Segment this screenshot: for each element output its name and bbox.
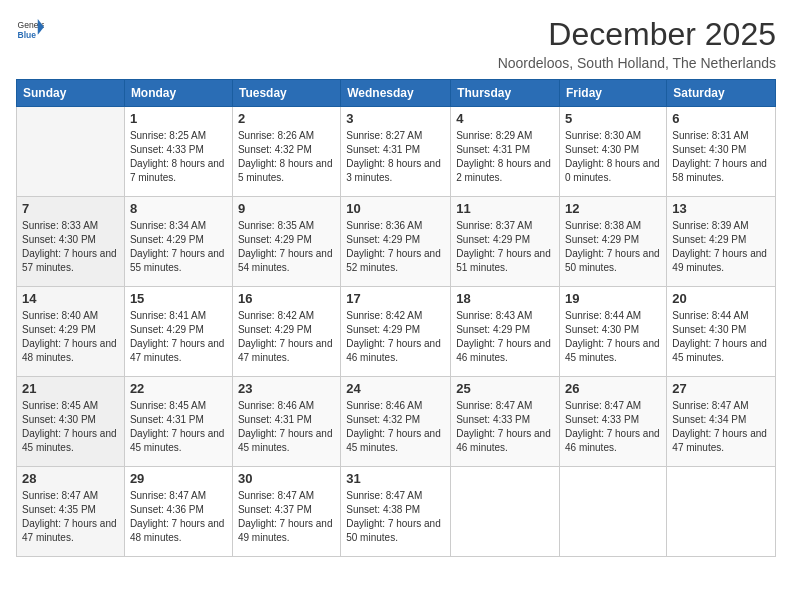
- header-cell-sunday: Sunday: [17, 80, 125, 107]
- day-details: Sunrise: 8:33 AMSunset: 4:30 PMDaylight:…: [22, 219, 119, 275]
- day-number: 9: [238, 201, 335, 216]
- day-cell: 19Sunrise: 8:44 AMSunset: 4:30 PMDayligh…: [560, 287, 667, 377]
- day-details: Sunrise: 8:47 AMSunset: 4:33 PMDaylight:…: [565, 399, 661, 455]
- day-number: 21: [22, 381, 119, 396]
- day-cell: 10Sunrise: 8:36 AMSunset: 4:29 PMDayligh…: [341, 197, 451, 287]
- day-details: Sunrise: 8:34 AMSunset: 4:29 PMDaylight:…: [130, 219, 227, 275]
- header-cell-wednesday: Wednesday: [341, 80, 451, 107]
- day-cell: 24Sunrise: 8:46 AMSunset: 4:32 PMDayligh…: [341, 377, 451, 467]
- day-details: Sunrise: 8:36 AMSunset: 4:29 PMDaylight:…: [346, 219, 445, 275]
- day-number: 22: [130, 381, 227, 396]
- day-number: 26: [565, 381, 661, 396]
- day-number: 3: [346, 111, 445, 126]
- day-number: 24: [346, 381, 445, 396]
- day-number: 1: [130, 111, 227, 126]
- day-number: 25: [456, 381, 554, 396]
- calendar-title: December 2025: [498, 16, 776, 53]
- day-details: Sunrise: 8:47 AMSunset: 4:38 PMDaylight:…: [346, 489, 445, 545]
- day-number: 5: [565, 111, 661, 126]
- day-details: Sunrise: 8:37 AMSunset: 4:29 PMDaylight:…: [456, 219, 554, 275]
- header-cell-friday: Friday: [560, 80, 667, 107]
- day-cell: 7Sunrise: 8:33 AMSunset: 4:30 PMDaylight…: [17, 197, 125, 287]
- day-cell: 17Sunrise: 8:42 AMSunset: 4:29 PMDayligh…: [341, 287, 451, 377]
- day-number: 17: [346, 291, 445, 306]
- day-details: Sunrise: 8:43 AMSunset: 4:29 PMDaylight:…: [456, 309, 554, 365]
- day-details: Sunrise: 8:38 AMSunset: 4:29 PMDaylight:…: [565, 219, 661, 275]
- day-details: Sunrise: 8:47 AMSunset: 4:34 PMDaylight:…: [672, 399, 770, 455]
- day-details: Sunrise: 8:41 AMSunset: 4:29 PMDaylight:…: [130, 309, 227, 365]
- day-number: 10: [346, 201, 445, 216]
- day-cell: 8Sunrise: 8:34 AMSunset: 4:29 PMDaylight…: [124, 197, 232, 287]
- day-number: 20: [672, 291, 770, 306]
- header-row: SundayMondayTuesdayWednesdayThursdayFrid…: [17, 80, 776, 107]
- day-number: 4: [456, 111, 554, 126]
- day-cell: 30Sunrise: 8:47 AMSunset: 4:37 PMDayligh…: [232, 467, 340, 557]
- day-number: 14: [22, 291, 119, 306]
- day-number: 13: [672, 201, 770, 216]
- day-details: Sunrise: 8:46 AMSunset: 4:32 PMDaylight:…: [346, 399, 445, 455]
- day-details: Sunrise: 8:44 AMSunset: 4:30 PMDaylight:…: [565, 309, 661, 365]
- day-number: 18: [456, 291, 554, 306]
- week-row-3: 21Sunrise: 8:45 AMSunset: 4:30 PMDayligh…: [17, 377, 776, 467]
- day-details: Sunrise: 8:45 AMSunset: 4:30 PMDaylight:…: [22, 399, 119, 455]
- day-cell: 21Sunrise: 8:45 AMSunset: 4:30 PMDayligh…: [17, 377, 125, 467]
- day-details: Sunrise: 8:27 AMSunset: 4:31 PMDaylight:…: [346, 129, 445, 185]
- page-header: General Blue December 2025 Noordeloos, S…: [16, 16, 776, 71]
- day-number: 27: [672, 381, 770, 396]
- day-number: 6: [672, 111, 770, 126]
- header-cell-tuesday: Tuesday: [232, 80, 340, 107]
- day-cell: 14Sunrise: 8:40 AMSunset: 4:29 PMDayligh…: [17, 287, 125, 377]
- day-number: 7: [22, 201, 119, 216]
- svg-text:Blue: Blue: [18, 30, 37, 40]
- day-cell: 28Sunrise: 8:47 AMSunset: 4:35 PMDayligh…: [17, 467, 125, 557]
- day-cell: 4Sunrise: 8:29 AMSunset: 4:31 PMDaylight…: [451, 107, 560, 197]
- day-details: Sunrise: 8:47 AMSunset: 4:37 PMDaylight:…: [238, 489, 335, 545]
- day-details: Sunrise: 8:47 AMSunset: 4:35 PMDaylight:…: [22, 489, 119, 545]
- logo-icon: General Blue: [16, 16, 44, 44]
- day-cell: 16Sunrise: 8:42 AMSunset: 4:29 PMDayligh…: [232, 287, 340, 377]
- day-details: Sunrise: 8:39 AMSunset: 4:29 PMDaylight:…: [672, 219, 770, 275]
- day-cell: 9Sunrise: 8:35 AMSunset: 4:29 PMDaylight…: [232, 197, 340, 287]
- day-cell: 23Sunrise: 8:46 AMSunset: 4:31 PMDayligh…: [232, 377, 340, 467]
- week-row-4: 28Sunrise: 8:47 AMSunset: 4:35 PMDayligh…: [17, 467, 776, 557]
- day-cell: 20Sunrise: 8:44 AMSunset: 4:30 PMDayligh…: [667, 287, 776, 377]
- header-cell-thursday: Thursday: [451, 80, 560, 107]
- day-cell: [560, 467, 667, 557]
- day-number: 19: [565, 291, 661, 306]
- day-number: 28: [22, 471, 119, 486]
- day-number: 16: [238, 291, 335, 306]
- day-cell: [451, 467, 560, 557]
- day-number: 30: [238, 471, 335, 486]
- week-row-2: 14Sunrise: 8:40 AMSunset: 4:29 PMDayligh…: [17, 287, 776, 377]
- day-cell: [17, 107, 125, 197]
- day-details: Sunrise: 8:35 AMSunset: 4:29 PMDaylight:…: [238, 219, 335, 275]
- day-cell: 13Sunrise: 8:39 AMSunset: 4:29 PMDayligh…: [667, 197, 776, 287]
- title-block: December 2025 Noordeloos, South Holland,…: [498, 16, 776, 71]
- day-details: Sunrise: 8:42 AMSunset: 4:29 PMDaylight:…: [346, 309, 445, 365]
- header-cell-monday: Monday: [124, 80, 232, 107]
- day-number: 11: [456, 201, 554, 216]
- day-details: Sunrise: 8:46 AMSunset: 4:31 PMDaylight:…: [238, 399, 335, 455]
- day-cell: 22Sunrise: 8:45 AMSunset: 4:31 PMDayligh…: [124, 377, 232, 467]
- day-cell: 1Sunrise: 8:25 AMSunset: 4:33 PMDaylight…: [124, 107, 232, 197]
- day-details: Sunrise: 8:30 AMSunset: 4:30 PMDaylight:…: [565, 129, 661, 185]
- day-cell: 15Sunrise: 8:41 AMSunset: 4:29 PMDayligh…: [124, 287, 232, 377]
- day-details: Sunrise: 8:31 AMSunset: 4:30 PMDaylight:…: [672, 129, 770, 185]
- calendar-subtitle: Noordeloos, South Holland, The Netherlan…: [498, 55, 776, 71]
- day-details: Sunrise: 8:47 AMSunset: 4:36 PMDaylight:…: [130, 489, 227, 545]
- week-row-0: 1Sunrise: 8:25 AMSunset: 4:33 PMDaylight…: [17, 107, 776, 197]
- day-details: Sunrise: 8:44 AMSunset: 4:30 PMDaylight:…: [672, 309, 770, 365]
- day-details: Sunrise: 8:26 AMSunset: 4:32 PMDaylight:…: [238, 129, 335, 185]
- day-cell: 31Sunrise: 8:47 AMSunset: 4:38 PMDayligh…: [341, 467, 451, 557]
- day-details: Sunrise: 8:40 AMSunset: 4:29 PMDaylight:…: [22, 309, 119, 365]
- day-cell: 26Sunrise: 8:47 AMSunset: 4:33 PMDayligh…: [560, 377, 667, 467]
- day-details: Sunrise: 8:47 AMSunset: 4:33 PMDaylight:…: [456, 399, 554, 455]
- week-row-1: 7Sunrise: 8:33 AMSunset: 4:30 PMDaylight…: [17, 197, 776, 287]
- day-details: Sunrise: 8:42 AMSunset: 4:29 PMDaylight:…: [238, 309, 335, 365]
- day-number: 8: [130, 201, 227, 216]
- day-number: 31: [346, 471, 445, 486]
- day-cell: 18Sunrise: 8:43 AMSunset: 4:29 PMDayligh…: [451, 287, 560, 377]
- day-cell: 27Sunrise: 8:47 AMSunset: 4:34 PMDayligh…: [667, 377, 776, 467]
- day-number: 12: [565, 201, 661, 216]
- day-cell: [667, 467, 776, 557]
